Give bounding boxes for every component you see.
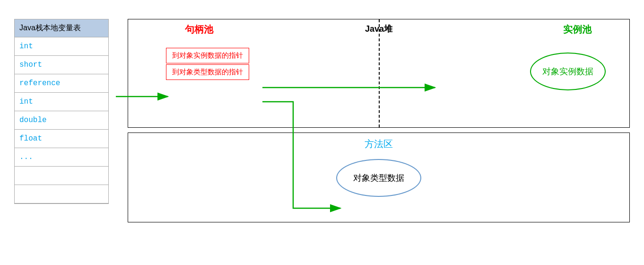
instance-oval: 对象实例数据 [530,53,606,90]
stack-table-header: Java栈本地变量表 [15,19,108,37]
main-container: Java栈本地变量表 int short reference int doubl… [0,0,644,265]
row-ellipsis: ... [15,148,108,167]
instance-pool-label: 实例池 [563,23,592,36]
row-double: double [15,111,108,130]
row-empty-2 [15,185,108,203]
row-empty-1 [15,167,108,185]
handle-pool-label: 句柄池 [185,23,213,36]
row-short: short [15,56,108,74]
row-int-1: int [15,37,108,56]
handle-box-type: 到对象类型数据的指针 [166,64,249,80]
method-area: 方法区 对象类型数据 [128,132,630,222]
handle-box-instance: 到对象实例数据的指针 [166,48,249,63]
handle-boxes: 到对象实例数据的指针 到对象类型数据的指针 [166,48,249,80]
java-heap: Java堆 句柄池 实例池 到对象实例数据的指针 到对象类型数据的指针 对象实例… [128,19,630,128]
stack-table: Java栈本地变量表 int short reference int doubl… [14,19,109,204]
dashed-divider [379,19,380,127]
row-int-2: int [15,93,108,111]
diagrams: Java堆 句柄池 实例池 到对象实例数据的指针 到对象类型数据的指针 对象实例… [128,19,630,222]
method-area-label: 方法区 [365,138,393,150]
type-oval: 对象类型数据 [336,159,421,197]
row-float: float [15,130,108,148]
row-reference: reference [15,74,108,93]
